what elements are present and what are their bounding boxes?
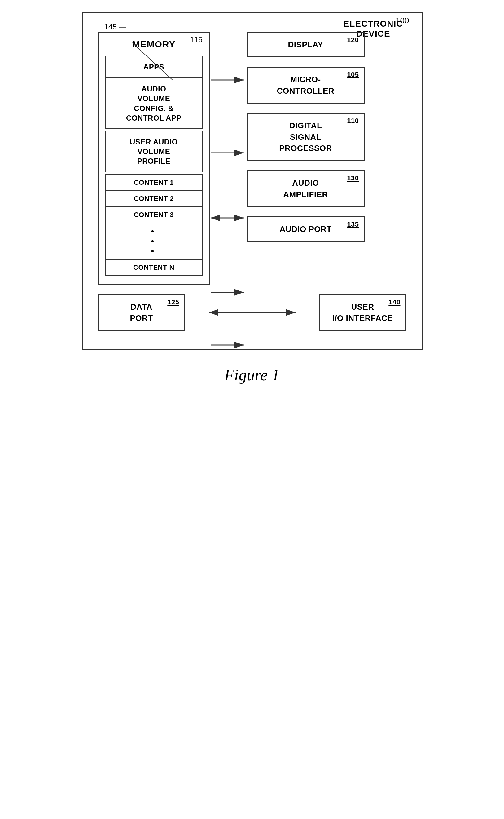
audio-port-box: 135 AUDIO PORT bbox=[247, 216, 365, 242]
content-sub-box: CONTENT 1 CONTENT 2 CONTENT 3 ••• CONTEN… bbox=[105, 174, 203, 276]
dsp-label: DIGITALSIGNALPROCESSOR bbox=[279, 121, 332, 153]
user-io-box: 140 USERI/O INTERFACE bbox=[319, 294, 406, 331]
bottom-arrow-svg bbox=[206, 305, 299, 320]
content1-item: CONTENT 1 bbox=[106, 175, 202, 191]
microcontroller-box: 105 MICRO-CONTROLLER bbox=[247, 67, 365, 103]
data-port-box: 125 DATAPORT bbox=[98, 294, 185, 331]
data-port-ref: 125 bbox=[167, 297, 179, 307]
display-ref: 120 bbox=[347, 35, 359, 45]
microcontroller-label: MICRO-CONTROLLER bbox=[277, 75, 335, 95]
content-n-item: CONTENT N bbox=[106, 260, 202, 275]
data-port-label: DATAPORT bbox=[130, 302, 153, 323]
outer-box: 100 ELECTRONICDEVICE 145 — 115 MEMORY AP… bbox=[82, 12, 423, 350]
memory-section: 145 — 115 MEMORY APPS AUDIOVOLUMECONFIG.… bbox=[98, 32, 216, 285]
audio-port-ref: 135 bbox=[347, 220, 359, 229]
audio-port-label: AUDIO PORT bbox=[279, 224, 331, 234]
display-box: 120 DISPLAY bbox=[247, 32, 365, 57]
right-column: 120 DISPLAY 105 MICRO-CONTROLLER 110 DIG… bbox=[216, 32, 406, 251]
main-layout: 145 — 115 MEMORY APPS AUDIOVOLUMECONFIG.… bbox=[98, 32, 406, 285]
memory-box: 115 MEMORY APPS AUDIOVOLUMECONFIG. &CONT… bbox=[98, 32, 210, 285]
audio-amplifier-box: 130 AUDIOAMPLIFIER bbox=[247, 170, 365, 207]
memory-label: MEMORY bbox=[105, 39, 203, 50]
content2-item: CONTENT 2 bbox=[106, 191, 202, 207]
user-audio-volume-profile-box: USER AUDIOVOLUMEPROFILE bbox=[105, 131, 203, 172]
memory-ref: 115 bbox=[190, 35, 202, 44]
dots-area: ••• bbox=[106, 223, 202, 260]
diagram-container: 100 ELECTRONICDEVICE 145 — 115 MEMORY AP… bbox=[82, 12, 423, 384]
user-io-ref: 140 bbox=[388, 297, 400, 307]
display-label: DISPLAY bbox=[288, 40, 323, 49]
bottom-section: 125 DATAPORT 1 bbox=[98, 294, 406, 331]
audio-volume-config-box: AUDIOVOLUMECONFIG. &CONTROL APP bbox=[105, 78, 203, 129]
dsp-box: 110 DIGITALSIGNALPROCESSOR bbox=[247, 113, 365, 161]
audio-amplifier-ref: 130 bbox=[347, 174, 359, 183]
audio-amplifier-label: AUDIOAMPLIFIER bbox=[283, 178, 328, 199]
microcontroller-ref: 105 bbox=[347, 70, 359, 80]
apps-box: APPS bbox=[105, 56, 203, 78]
content3-item: CONTENT 3 bbox=[106, 207, 202, 223]
dsp-ref: 110 bbox=[347, 116, 359, 126]
label-145: 145 — bbox=[104, 23, 126, 31]
figure-caption: Figure 1 bbox=[82, 366, 423, 384]
user-io-label: USERI/O INTERFACE bbox=[332, 302, 393, 323]
